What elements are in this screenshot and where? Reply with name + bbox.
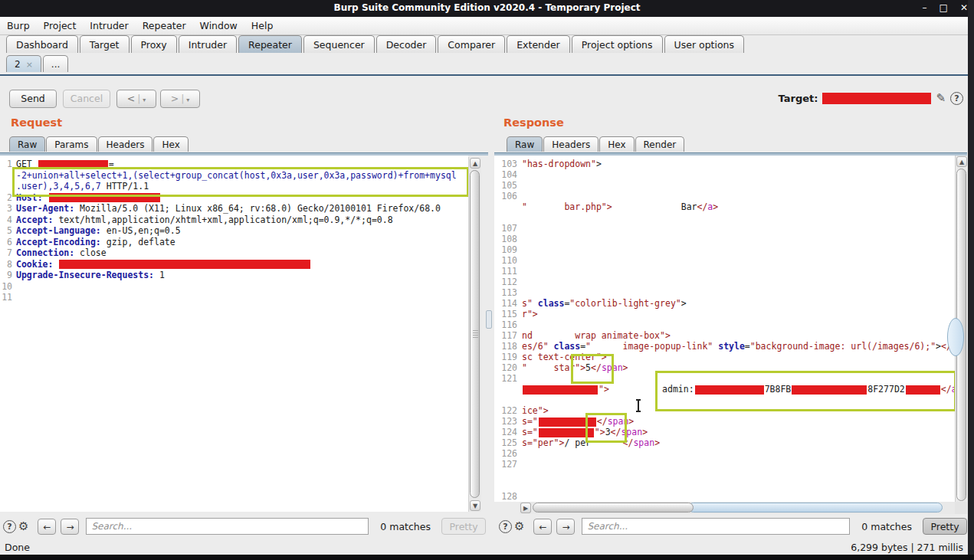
search-input[interactable] [86, 518, 369, 535]
redaction [38, 160, 108, 169]
menu-help[interactable]: Help [244, 17, 280, 31]
minimize-icon[interactable]: – [923, 2, 927, 13]
menu-intruder[interactable]: Intruder [83, 17, 135, 31]
code-line: 7Connection: close [0, 247, 468, 259]
scroll-up-icon[interactable]: ▲ [956, 156, 967, 167]
pretty-button[interactable]: Pretty [441, 518, 486, 535]
tab-comparer[interactable]: Comparer [438, 35, 505, 53]
repeater-tab-2[interactable]: 2× [6, 55, 41, 72]
close-tab-icon[interactable]: × [26, 60, 33, 70]
next-request-button[interactable]: >|▾ [160, 90, 200, 108]
line-number: 121 [494, 373, 517, 384]
previous-match-button[interactable]: ← [38, 519, 56, 535]
code-line: 127 [494, 459, 955, 470]
redaction [792, 385, 867, 395]
scrollbar-thumb[interactable] [533, 503, 694, 513]
request-vertical-scrollbar[interactable]: ▲ ▼ [468, 157, 481, 512]
scroll-down-icon[interactable]: ▼ [470, 500, 480, 511]
edit-target-pencil-icon[interactable]: ✎ [936, 91, 946, 105]
code-line: 117nd wrap animate-box"> [494, 330, 955, 341]
code-line: 111 [494, 266, 955, 277]
code-line: 122ice"> [494, 405, 955, 416]
menu-project[interactable]: Project [37, 17, 84, 31]
response-view-headers[interactable]: Headers [543, 136, 599, 152]
scrollbar-track[interactable] [688, 503, 943, 513]
code-line: 2Host: [0, 192, 468, 204]
next-match-button[interactable]: → [61, 519, 79, 535]
code-line: 110 [494, 255, 955, 266]
request-search-bar: ? ⚙ ← → 0 matches Pretty [3, 516, 486, 536]
response-view-raw[interactable]: Raw [507, 136, 543, 152]
maximize-icon[interactable]: □ [940, 2, 948, 13]
response-vertical-scrollbar[interactable]: ▲ ▼ [955, 156, 968, 514]
response-panel-title: Response [503, 116, 564, 129]
close-icon[interactable]: ✕ [960, 2, 968, 13]
send-button[interactable]: Send [9, 90, 57, 108]
scroll-right-icon[interactable]: ▶ [520, 503, 531, 513]
tab-extender[interactable]: Extender [507, 35, 570, 53]
response-view-hex[interactable]: Hex [599, 136, 634, 152]
code-line: 109 [494, 244, 955, 255]
previous-request-button[interactable]: <|▾ [116, 90, 156, 108]
scrollbar-grip-bump[interactable] [947, 318, 964, 356]
code-line: 125s="per">/ per </span> [494, 437, 955, 448]
panel-divider-grip[interactable] [486, 310, 492, 329]
response-search-bar: ? ⚙ ← → 0 matches Pretty [499, 516, 967, 536]
dropdown-arrow-icon[interactable]: ▾ [186, 97, 189, 103]
tab-repeater[interactable]: Repeater [238, 35, 302, 53]
tab-dashboard[interactable]: Dashboard [6, 35, 78, 53]
help-icon[interactable]: ? [499, 520, 512, 533]
request-editor[interactable]: 1GET =-2+union+all+select+1,(select+grou… [0, 156, 468, 512]
match-count: 0 matches [380, 521, 431, 532]
menu-repeater[interactable]: Repeater [136, 17, 193, 31]
line-number: 103 [494, 159, 517, 169]
request-view-hex[interactable]: Hex [153, 136, 188, 152]
pretty-button[interactable]: Pretty [923, 518, 967, 535]
tab-decoder[interactable]: Decoder [376, 35, 437, 53]
window-title: Burp Suite Community Edition v2020.4 - T… [0, 2, 974, 13]
cancel-button[interactable]: Cancel [63, 90, 110, 108]
previous-match-button[interactable]: ← [533, 519, 552, 535]
menu-window[interactable]: Window [193, 17, 244, 31]
line-number: 127 [494, 459, 517, 470]
scrollbar-thumb[interactable] [470, 170, 480, 498]
next-match-button[interactable]: → [556, 519, 575, 535]
tab-target[interactable]: Target [80, 35, 130, 53]
code-line: 118es/6" class=" image-popup-link" style… [494, 341, 955, 352]
response-horizontal-scrollbar[interactable]: ◀ ▶ [520, 502, 955, 514]
help-icon[interactable]: ? [3, 520, 16, 533]
code-line: 128 [494, 491, 955, 502]
code-line: 104 [494, 169, 955, 180]
line-number: 112 [494, 277, 517, 287]
request-view-raw[interactable]: Raw [9, 136, 45, 152]
response-view-render[interactable]: Render [635, 136, 685, 152]
line-number: 108 [494, 234, 517, 244]
dropdown-arrow-icon[interactable]: ▾ [143, 97, 146, 103]
line-number: 3 [0, 203, 12, 215]
help-icon[interactable]: ? [950, 92, 963, 105]
tab-project-options[interactable]: Project options [572, 35, 663, 53]
code-line: 10 [0, 281, 468, 293]
line-number: 11 [0, 292, 12, 303]
response-editor[interactable]: 103"has-dropdown">104105106" bar.php"> B… [494, 156, 955, 502]
line-number: 105 [494, 180, 517, 191]
scroll-up-icon[interactable]: ▲ [470, 158, 480, 169]
request-view-headers[interactable]: Headers [98, 136, 153, 152]
line-number: 1 [0, 159, 12, 170]
menu-burp[interactable]: Burp [0, 17, 37, 31]
gear-icon[interactable]: ⚙ [514, 519, 524, 533]
request-view-params[interactable]: Params [46, 136, 97, 152]
search-input[interactable] [582, 518, 850, 535]
menu-bar: BurpProjectIntruderRepeaterWindowHelp [0, 17, 968, 35]
gear-icon[interactable]: ⚙ [18, 519, 28, 533]
line-number: 8 [0, 259, 12, 270]
code-line [494, 470, 955, 480]
tab-proxy[interactable]: Proxy [131, 35, 177, 53]
tab-user-options[interactable]: User options [664, 35, 745, 53]
code-line: 114s" class="colorlib-light-grey"> [494, 298, 955, 309]
tab-intruder[interactable]: Intruder [179, 35, 237, 53]
response-view-tabs: RawHeadersHexRender [507, 136, 685, 153]
repeater-tab--[interactable]: ... [43, 55, 68, 72]
tab-sequencer[interactable]: Sequencer [303, 35, 375, 53]
redaction [49, 193, 160, 202]
